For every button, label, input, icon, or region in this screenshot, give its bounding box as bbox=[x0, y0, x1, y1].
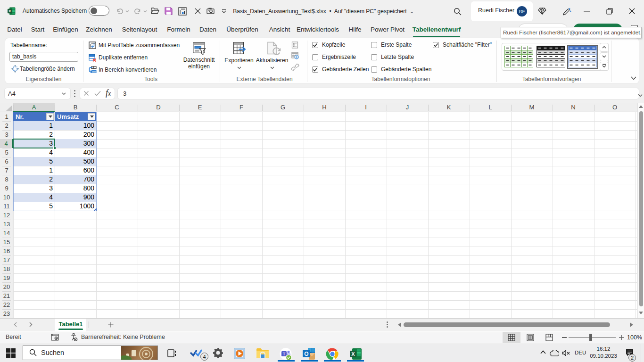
svg-text:X: X bbox=[8, 9, 11, 13]
svg-text:O: O bbox=[304, 351, 308, 357]
svg-text:T: T bbox=[283, 352, 286, 356]
svg-text:X: X bbox=[351, 351, 355, 357]
